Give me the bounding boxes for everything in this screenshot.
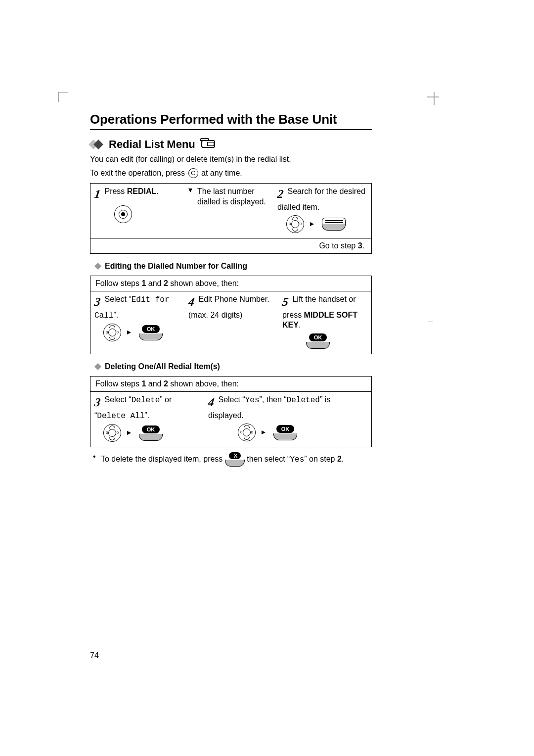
- foot-pre: To delete the displayed item, press: [101, 455, 225, 463]
- step-number-1: 1: [93, 187, 101, 202]
- pa-intro-post: shown above, then:: [168, 279, 239, 287]
- step1-pre: Press: [104, 187, 127, 195]
- foot-end: .: [342, 455, 344, 463]
- pa4-a: Edit Phone Number.: [198, 295, 269, 303]
- dpad-icon: 00: [103, 324, 121, 341]
- subheading-a: Editing the Dialled Number for Calling: [105, 262, 247, 271]
- pa-step5: 5 Lift the handset or press MIDDLE SOFT …: [278, 291, 371, 354]
- step-2-text: Search for the desired dialled item.: [277, 187, 365, 211]
- pb3-m2: Delete All: [97, 412, 144, 421]
- step1-note: The last number dialled is displayed.: [197, 187, 269, 207]
- crop-mark-tr-h: [427, 96, 439, 97]
- subheading-b: Deleting One/All Redial Item(s): [105, 362, 220, 371]
- step-1-text: Press REDIAL.: [104, 187, 158, 195]
- ok-label: OK: [276, 425, 295, 433]
- pa4-b: (max. 24 digits): [188, 311, 242, 319]
- panel1-row: 1 Press REDIAL. The last number dialled …: [90, 184, 371, 238]
- pa-step4: 4 Edit Phone Number. (max. 24 digits): [184, 291, 278, 354]
- foot-bold: 2: [337, 455, 342, 463]
- pa-step3-text: Select “Edit for Call”.: [94, 295, 170, 319]
- pb-intro-mid: and: [146, 379, 164, 388]
- foot-post: ” on step: [304, 455, 337, 463]
- pa-step3-graphic: 00 OK: [94, 324, 180, 341]
- step-number-5: 5: [281, 294, 289, 310]
- ok-softkey-icon: OK: [273, 425, 297, 440]
- step1-post: .: [156, 187, 158, 195]
- ok-softkey-icon: OK: [139, 425, 163, 441]
- arrow-down-icon: [188, 189, 192, 192]
- intro-line-2: To exit the operation, press C at any ti…: [90, 168, 372, 179]
- ok-label: OK: [142, 325, 160, 333]
- step1-graphic: [94, 205, 180, 223]
- dpad-icon: 00: [238, 424, 256, 441]
- pb-step4-graphic: 00 OK: [208, 424, 367, 441]
- pb-step3-text: Select “Delete” or “Delete All”.: [94, 395, 172, 419]
- dpad-icon: 00: [286, 215, 304, 233]
- pb4-m1: Yes: [245, 396, 260, 405]
- intro2-post: at any time.: [201, 169, 242, 177]
- step-1-note-cell: The last number dialled is displayed.: [184, 184, 273, 238]
- pb4-mid: ”, then “: [260, 395, 287, 404]
- dpad-icon: 00: [103, 424, 121, 442]
- pb3-m1: Delete: [132, 396, 160, 405]
- pb-step4: 4 Select “Yes”, then “Deleted” is displa…: [204, 392, 371, 447]
- pa-intro-b2: 2: [164, 279, 168, 287]
- diamond-bullet-icon: [90, 140, 104, 149]
- section-heading-row: Redial List Menu: [90, 138, 372, 151]
- pa3-pre: Select “: [104, 295, 131, 303]
- footnote-text: To delete the displayed item, press X th…: [101, 452, 344, 467]
- c-key-icon: C: [188, 168, 198, 178]
- x-softkey-icon: X: [225, 452, 245, 467]
- footnote: • To delete the displayed item, press X …: [93, 452, 372, 467]
- crop-mark-tr-v: [434, 92, 435, 105]
- pb3-post: ”.: [144, 411, 149, 420]
- arrow-right-icon: [127, 330, 133, 335]
- intro2-pre: To exit the operation, press: [90, 169, 187, 177]
- pb4-pre: Select “: [218, 395, 245, 404]
- pa-intro-b1: 1: [141, 279, 146, 287]
- pa-intro-pre: Follow steps: [95, 279, 141, 287]
- foot-mono: Yes: [290, 455, 304, 464]
- page-title: Operations Performed with the Base Unit: [90, 112, 372, 127]
- pa3-post: ”.: [113, 311, 118, 319]
- panel-a-steps: 3 Select “Edit for Call”. 00 OK 4 Edit P…: [90, 291, 371, 354]
- step2-graphic: 00: [277, 215, 367, 233]
- pa-step5-text: Lift the handset or press MIDDLE SOFT KE…: [282, 295, 357, 329]
- goto-bold: 3: [358, 241, 362, 250]
- panel-a: Follow steps 1 and 2 shown above, then: …: [90, 276, 372, 354]
- goto-row: Go to step 3.: [90, 238, 371, 253]
- step-number-3b: 3: [93, 395, 101, 410]
- goto-pre: Go to step: [319, 241, 357, 250]
- foot-mid: then select “: [247, 455, 290, 463]
- subheading-b-row: Deleting One/All Redial Item(s): [95, 362, 372, 371]
- pb-step4-text: Select “Yes”, then “Deleted” is displaye…: [208, 395, 330, 419]
- pa-step4-text: Edit Phone Number. (max. 24 digits): [188, 295, 269, 319]
- pb-intro-post: shown above, then:: [168, 379, 239, 388]
- panel-b-intro: Follow steps 1 and 2 shown above, then:: [90, 377, 371, 392]
- ok-label: OK: [142, 425, 160, 433]
- intro-line-1: You can edit (for calling) or delete ite…: [90, 154, 372, 165]
- pa-intro-mid: and: [146, 279, 164, 287]
- pb4-m2: Deleted: [287, 396, 320, 405]
- pb-intro-b1: 1: [141, 379, 146, 388]
- crop-mark-right: [428, 322, 433, 322]
- x-label: X: [229, 452, 241, 459]
- crop-mark-tl: [58, 92, 68, 102]
- ok-label: OK: [309, 333, 327, 341]
- bullet-icon: •: [93, 452, 97, 461]
- panel-b: Follow steps 1 and 2 shown above, then: …: [90, 376, 372, 447]
- step-1-cell: 1 Press REDIAL.: [90, 184, 184, 238]
- list-softkey-icon: [322, 218, 346, 231]
- ok-softkey-icon: OK: [306, 333, 330, 349]
- subheading-a-row: Editing the Dialled Number for Calling: [95, 262, 372, 271]
- section-title: Redial List Menu: [109, 138, 195, 151]
- panel-a-intro: Follow steps 1 and 2 shown above, then:: [90, 276, 371, 291]
- pb-step3: 3 Select “Delete” or “Delete All”. 00 OK: [90, 392, 204, 447]
- step-number-3: 3: [93, 294, 101, 310]
- arrow-right-icon: [127, 430, 133, 435]
- pa-step3: 3 Select “Edit for Call”. 00 OK: [90, 291, 184, 354]
- step-2-cell: 2 Search for the desired dialled item. 0…: [273, 184, 371, 238]
- base-unit-icon: [200, 139, 217, 150]
- arrow-right-icon: [262, 430, 267, 435]
- title-rule: [90, 129, 372, 130]
